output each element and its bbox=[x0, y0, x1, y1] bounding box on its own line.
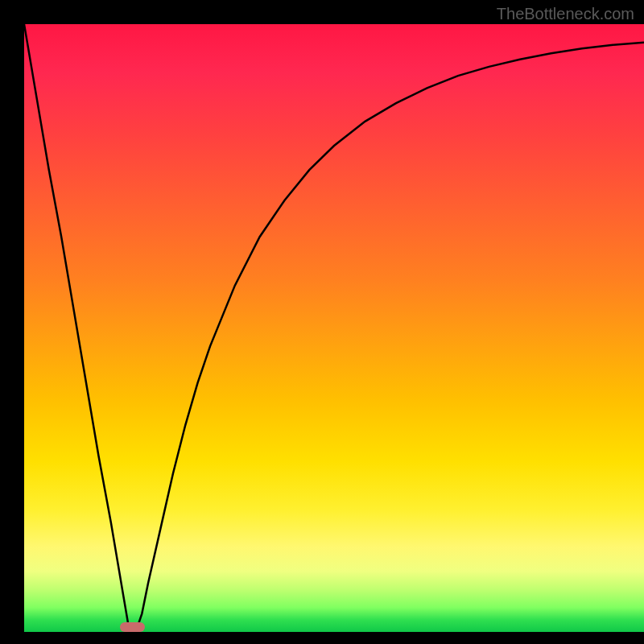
watermark-text: TheBottleneck.com bbox=[497, 5, 634, 23]
curve-svg bbox=[24, 24, 644, 632]
bottleneck-curve bbox=[24, 24, 644, 632]
chart-container: TheBottleneck.com bbox=[0, 0, 644, 644]
plot-area bbox=[24, 24, 644, 632]
optimal-range-marker bbox=[120, 622, 145, 632]
